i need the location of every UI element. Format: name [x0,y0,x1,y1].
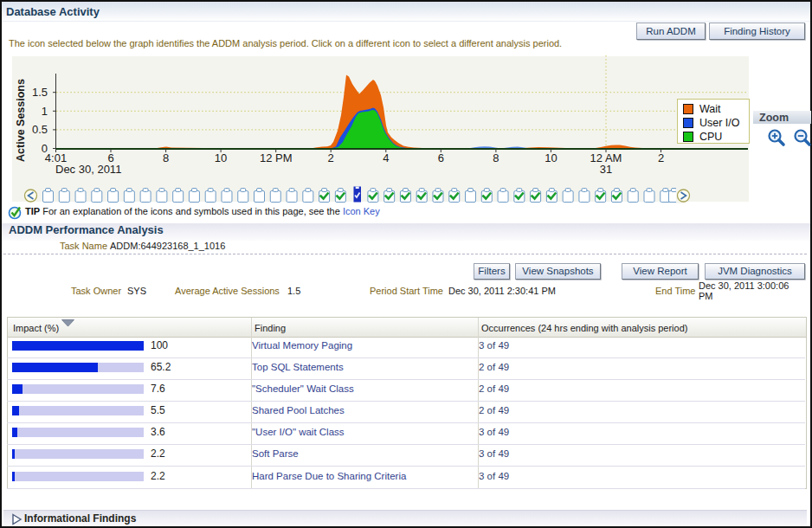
svg-text:4: 4 [383,151,389,164]
svg-text:8: 8 [493,151,499,164]
svg-text:2: 2 [328,151,334,164]
svg-text:0: 0 [42,142,48,155]
svg-text:12 PM: 12 PM [260,151,293,164]
svg-text:Active Sessions: Active Sessions [15,79,27,162]
svg-text:10: 10 [545,151,557,164]
svg-text:6: 6 [438,151,444,164]
svg-text:1: 1 [42,105,48,118]
svg-text:31: 31 [600,163,612,176]
svg-text:1.5: 1.5 [32,86,48,99]
svg-text:8: 8 [163,151,169,164]
svg-text:10: 10 [215,151,227,164]
svg-text:Dec 30, 2011: Dec 30, 2011 [55,163,121,176]
svg-text:0.5: 0.5 [32,123,48,136]
svg-text:2: 2 [658,151,664,164]
